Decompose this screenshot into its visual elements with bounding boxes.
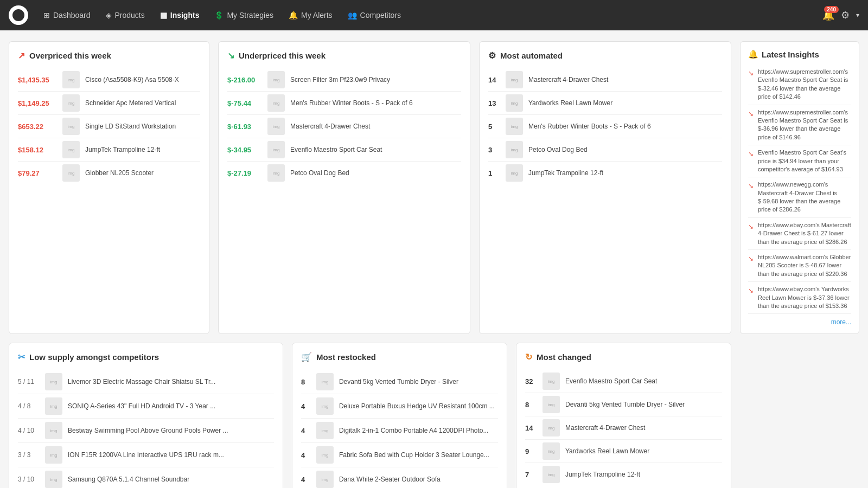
automated-item[interactable]: 14 img Mastercraft 4-Drawer Chest (488, 68, 722, 92)
underpriced-item[interactable]: $-34.95 img Evenflo Maestro Sport Car Se… (227, 138, 461, 162)
notifications-bell[interactable]: 🔔 240 (822, 9, 834, 21)
insights-icon: ▦ (160, 11, 167, 20)
nav-products[interactable]: ◈ Products (99, 8, 151, 23)
arrow-down-icon: ↘ (748, 286, 754, 310)
supply-item[interactable]: 4 / 10 img Bestway Swimming Pool Above G… (18, 419, 274, 443)
restock-item[interactable]: 4 img Dana White 2-Seater Outdoor Sofa (301, 467, 498, 488)
arrow-down-icon: ↘ (748, 254, 754, 278)
product-image: img (506, 94, 523, 112)
product-image: img (267, 94, 285, 112)
logo[interactable] (9, 5, 28, 25)
automated-item[interactable]: 3 img Petco Oval Dog Bed (488, 138, 722, 162)
product-image: img (542, 419, 560, 436)
overpriced-item[interactable]: $79.27 img Globber NL205 Scooter (18, 162, 200, 184)
supply-icon: ✂ (18, 352, 25, 362)
most-restocked-title: 🛒 Most restocked (301, 352, 498, 362)
underpriced-item[interactable]: $-27.19 img Petco Oval Dog Bed (227, 162, 461, 184)
arrow-down-icon: ↘ (748, 150, 754, 174)
arrow-down-icon: ↘ (748, 69, 754, 101)
competitors-icon: 👥 (348, 11, 357, 20)
row-2: ✂ Low supply amongst competitors 5 / 11 … (9, 343, 859, 488)
overpriced-item[interactable]: $158.12 img JumpTek Trampoline 12-ft (18, 138, 200, 162)
overpriced-item[interactable]: $653.22 img Single LD SitStand Workstati… (18, 115, 200, 138)
trend-down-icon: ↘ (227, 50, 234, 61)
supply-item[interactable]: 5 / 11 img Livemor 3D Electric Massage C… (18, 370, 274, 394)
insight-item[interactable]: ↘ Evenflo Maestro Sport Car Seat's price… (748, 145, 851, 177)
insight-item[interactable]: ↘ https://www.ebay.com's Yardworks Reel … (748, 282, 851, 314)
insight-item[interactable]: ↘ https://www.newegg.com's Mastercraft 4… (748, 177, 851, 218)
most-restocked-card: 🛒 Most restocked 8 img Devanti 5kg Vente… (292, 343, 507, 488)
supply-item[interactable]: 3 / 10 img Samsung Q870A 5.1.4 Channel S… (18, 467, 274, 488)
latest-insights-title: 🔔 Latest Insights (748, 49, 851, 59)
arrow-down-icon: ↘ (748, 222, 754, 246)
navbar: ⊞ Dashboard ◈ Products ▦ Insights 💲 My S… (0, 0, 868, 30)
overpriced-title: ↗ Overpriced this week (18, 50, 200, 61)
latest-insights-card: 🔔 Latest Insights ↘ https://www.supremes… (740, 41, 859, 334)
changed-item[interactable]: 7 img JumpTek Trampoline 12-ft (525, 463, 722, 486)
alerts-icon: 🔔 (289, 11, 298, 20)
supply-item[interactable]: 3 / 3 img ION F15R 1200VA Line Interacti… (18, 443, 274, 467)
changed-item[interactable]: 9 img Yardworks Reel Lawn Mower (525, 440, 722, 463)
changed-item[interactable]: 14 img Mastercraft 4-Drawer Chest (525, 416, 722, 440)
product-image: img (62, 141, 80, 158)
restock-item[interactable]: 4 img Fabric Sofa Bed with Cup Holder 3 … (301, 443, 498, 467)
insight-item[interactable]: ↘ https://www.supremestroller.com's Even… (748, 105, 851, 146)
product-image: img (316, 397, 334, 415)
insight-item[interactable]: ↘ https://www.ebay.com's Mastercraft 4-D… (748, 218, 851, 250)
product-image: img (316, 446, 334, 464)
product-image: img (506, 71, 523, 88)
insight-item[interactable]: ↘ https://www.supremestroller.com's Even… (748, 65, 851, 105)
product-image: img (267, 164, 285, 182)
overpriced-item[interactable]: $1,435.35 img Cisco (Asa5508-K9) Asa 550… (18, 68, 200, 92)
product-image: img (267, 71, 285, 88)
changed-item[interactable]: 8 img Devanti 5kg Vented Tumble Dryer - … (525, 393, 722, 416)
insight-item[interactable]: ↘ https://www.walmart.com's Globber NL20… (748, 250, 851, 282)
overpriced-card: ↗ Overpriced this week $1,435.35 img Cis… (9, 41, 209, 334)
restock-item[interactable]: 8 img Devanti 5kg Vented Tumble Dryer - … (301, 370, 498, 394)
products-icon: ◈ (106, 11, 112, 20)
product-image: img (45, 397, 62, 415)
nav-competitors[interactable]: 👥 Competitors (341, 8, 407, 23)
product-image: img (506, 164, 523, 182)
nav-my-strategies[interactable]: 💲 My Strategies (208, 8, 280, 23)
product-image: img (542, 373, 560, 390)
product-image: img (267, 141, 285, 158)
automated-item[interactable]: 5 img Men's Rubber Winter Boots - S - Pa… (488, 115, 722, 138)
changed-icon: ↻ (525, 352, 532, 362)
arrow-down-icon: ↘ (748, 182, 754, 214)
automated-item[interactable]: 13 img Yardworks Reel Lawn Mower (488, 92, 722, 115)
overpriced-item[interactable]: $1,149.25 img Schneider Apc Metered Vert… (18, 92, 200, 115)
more-link[interactable]: more... (748, 318, 851, 326)
underpriced-item[interactable]: $-216.00 img Screen Filter 3m Pf23.0w9 P… (227, 68, 461, 92)
product-image: img (45, 422, 62, 439)
product-image: img (45, 446, 62, 464)
trend-up-icon: ↗ (18, 50, 25, 61)
restock-item[interactable]: 4 img Digitalk 2-in-1 Combo Portable A4 … (301, 419, 498, 443)
settings-gear-icon[interactable]: ⚙ (839, 7, 852, 23)
automated-item[interactable]: 1 img JumpTek Trampoline 12-ft (488, 162, 722, 184)
underpriced-item[interactable]: $-61.93 img Mastercraft 4-Drawer Chest (227, 115, 461, 138)
product-image: img (506, 141, 523, 158)
product-image: img (316, 422, 334, 439)
restock-item[interactable]: 4 img Deluxe Portable Buxus Hedge UV Res… (301, 394, 498, 419)
supply-item[interactable]: 4 / 8 img SONIQ A-Series 43" Full HD And… (18, 394, 274, 419)
product-image: img (62, 118, 80, 135)
product-image: img (45, 373, 62, 390)
underpriced-card: ↘ Underpriced this week $-216.00 img Scr… (218, 41, 470, 334)
restock-icon: 🛒 (301, 352, 312, 362)
row-1: ↗ Overpriced this week $1,435.35 img Cis… (9, 41, 859, 334)
nav-dashboard[interactable]: ⊞ Dashboard (37, 8, 97, 23)
underpriced-item[interactable]: $-75.44 img Men's Rubber Winter Boots - … (227, 92, 461, 115)
nav-insights[interactable]: ▦ Insights (154, 8, 206, 23)
changed-item[interactable]: 32 img Evenflo Maestro Sport Car Seat (525, 370, 722, 393)
bell-icon-insights: 🔔 (748, 49, 758, 59)
nav-my-alerts[interactable]: 🔔 My Alerts (282, 8, 339, 23)
most-changed-card: ↻ Most changed 32 img Evenflo Maestro Sp… (516, 343, 731, 488)
product-image: img (62, 71, 80, 88)
main-content: ↗ Overpriced this week $1,435.35 img Cis… (0, 30, 868, 488)
profile-caret-icon[interactable]: ▾ (856, 11, 859, 19)
low-supply-card: ✂ Low supply amongst competitors 5 / 11 … (9, 343, 283, 488)
most-automated-title: ⚙ Most automated (488, 50, 722, 61)
underpriced-title: ↘ Underpriced this week (227, 50, 461, 61)
product-image: img (316, 471, 334, 488)
